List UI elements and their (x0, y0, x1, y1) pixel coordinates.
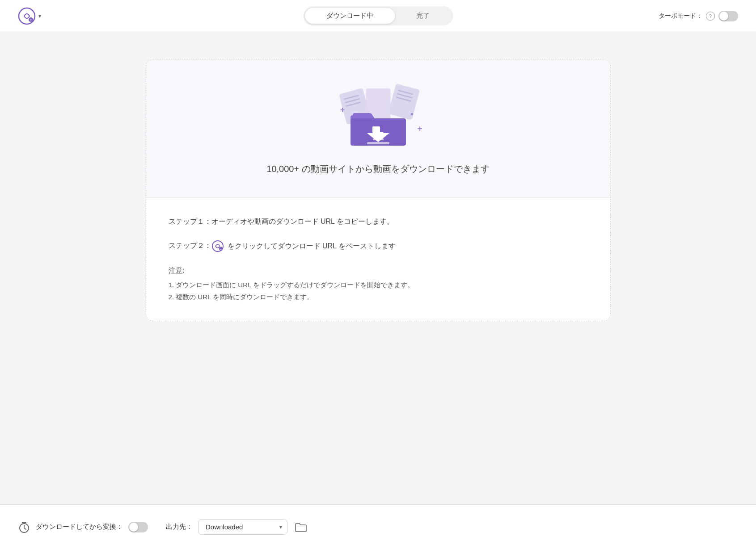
open-folder-icon (295, 522, 307, 532)
step-1-label: ステップ１： (169, 216, 211, 227)
app-logo: + (18, 7, 36, 25)
output-label: 出力先： (166, 523, 193, 531)
turbo-mode-area: ターボモード： ? (659, 11, 738, 21)
folder-illustration (338, 86, 418, 149)
convert-area: ダウンロードしてから変換： (18, 521, 148, 533)
turbo-mode-label: ターボモード： (659, 12, 702, 20)
turbo-help-icon[interactable]: ? (706, 12, 715, 21)
step-1-content: オーディオや動画のダウンロード URL をコピーします。 (211, 216, 394, 227)
header: + ▾ ダウンロード中 完了 ターボモード： ? (0, 0, 756, 32)
convert-toggle[interactable] (128, 522, 148, 532)
tab-completed[interactable]: 完了 (395, 8, 451, 24)
timer-icon (18, 521, 30, 533)
main-content: 10,000+ の動画サイトから動画をダウンロードできます ステップ１： オーデ… (0, 32, 756, 348)
card-steps: ステップ１： オーディオや動画のダウンロード URL をコピーします。 ステップ… (146, 198, 610, 321)
note-section: 注意: 1. ダウンロード画面に URL をドラッグするだけでダウンロードを開始… (169, 265, 588, 303)
step-2-label: ステップ２： (169, 240, 211, 251)
turbo-toggle-knob (719, 12, 728, 21)
step-2-content: + をクリックしてダウンロード URL をペーストします (211, 240, 396, 252)
output-row: 出力先： Downloaded Desktop Documents Custom… (166, 519, 309, 535)
output-select-wrapper: Downloaded Desktop Documents Custom... ▾ (198, 519, 287, 535)
convert-toggle-knob (129, 523, 138, 532)
inline-app-logo-icon: + (211, 240, 224, 252)
note-content: 注意: 1. ダウンロード画面に URL をドラッグするだけでダウンロードを開始… (169, 265, 414, 303)
tab-downloading[interactable]: ダウンロード中 (305, 8, 395, 24)
sparkle-dot-icon (411, 113, 413, 115)
svg-point-0 (19, 8, 35, 24)
bottom-bar: ダウンロードしてから変換： 出力先： Downloaded Desktop Do… (0, 504, 756, 549)
svg-rect-9 (373, 138, 384, 140)
main-folder-icon (349, 104, 407, 149)
svg-rect-6 (367, 142, 389, 144)
convert-label: ダウンロードしてから変換： (36, 523, 123, 531)
open-folder-button[interactable] (293, 519, 309, 535)
svg-text:+: + (30, 18, 32, 21)
step-1-text: オーディオや動画のダウンロード URL をコピーします。 (211, 216, 394, 227)
logo-area[interactable]: + ▾ (18, 7, 41, 25)
note-item-1: 1. ダウンロード画面に URL をドラッグするだけでダウンロードを開始できます… (169, 279, 414, 291)
hero-title: 10,000+ の動画サイトから動画をダウンロードできます (266, 163, 489, 175)
card-hero: 10,000+ の動画サイトから動画をダウンロードできます (146, 59, 610, 198)
note-title: 注意: (169, 265, 414, 277)
output-select[interactable]: Downloaded Desktop Documents Custom... (198, 519, 287, 535)
note-item-2: 2. 複数の URL を同時にダウンロードできます。 (169, 291, 414, 303)
logo-chevron-icon: ▾ (38, 13, 41, 19)
step-2-text: をクリックしてダウンロード URL をペーストします (228, 240, 396, 252)
svg-text:+: + (220, 247, 222, 250)
tab-switcher: ダウンロード中 完了 (303, 6, 453, 25)
step-2-row: ステップ２： + をクリックしてダウンロード URL をペーストします (169, 240, 588, 252)
turbo-toggle[interactable] (718, 11, 738, 21)
instruction-card: 10,000+ の動画サイトから動画をダウンロードできます ステップ１： オーデ… (146, 59, 611, 321)
step-1-row: ステップ１： オーディオや動画のダウンロード URL をコピーします。 (169, 216, 588, 227)
